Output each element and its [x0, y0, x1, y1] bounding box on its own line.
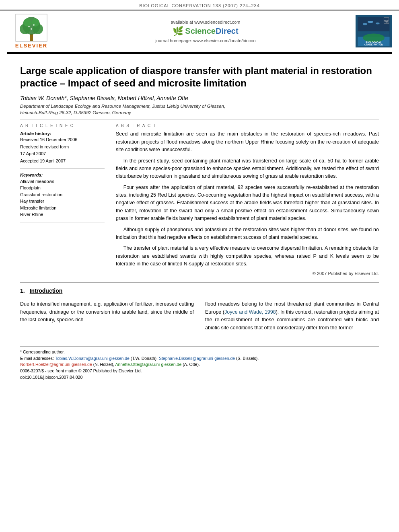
issn-line: 0006-3207/$ - see front matter © 2007 Pu… [20, 368, 379, 374]
email-otte[interactable]: Annette.Otte@agrar.uni-giessen.de [115, 362, 182, 367]
keyword-1: Alluvial meadows [20, 178, 105, 185]
keyword-5: Microsite limitation [20, 205, 105, 212]
elsevier-logo: ELSEVIER [7, 14, 56, 49]
journal-banner: ELSEVIER available at www.sciencedirect.… [0, 10, 399, 52]
svg-point-4 [23, 18, 31, 27]
biocon-logo: BIOLOGICAL CONSERVATION ELSE VIER [356, 15, 392, 47]
affiliation-1: Department of Landscape Ecology and Reso… [20, 104, 379, 109]
svg-point-6 [28, 26, 30, 27]
article-info-label: A R T I C L E I N F O [20, 123, 105, 128]
abstract-p4: Although supply of phosphorus and potass… [116, 226, 379, 242]
center-banner: available at www.sciencedirect.com 🌿 Sci… [56, 20, 356, 43]
corresponding-author-note: * Corresponding author. [20, 349, 379, 355]
svg-rect-0 [30, 34, 33, 41]
sd-leaf-icon: 🌿 [173, 26, 183, 37]
available-at-text: available at www.sciencedirect.com [56, 20, 356, 25]
footnote-area: * Corresponding author. E-mail addresses… [20, 346, 379, 381]
email-donath[interactable]: Tobias.W.Donath@agrar.uni-giessen.de [55, 356, 130, 361]
keywords-label: Keywords: [20, 173, 105, 177]
email-bissels[interactable]: Stephanie.Bissels@agrar.uni-giessen.de [159, 356, 235, 361]
divider-keywords [20, 168, 105, 168]
abstract-p5: The transfer of plant material is a very… [116, 244, 379, 268]
doi-line: doi:10.1016/j.biocon.2007.04.020 [20, 374, 379, 381]
article-history-label: Article history: [20, 131, 105, 136]
affiliation-2: Heinrich-Buff-Ring 26-32, D-35392 Giesse… [20, 110, 379, 115]
svg-point-5 [31, 18, 39, 27]
divider-1 [20, 119, 379, 119]
intro-heading: Introduction [30, 288, 63, 294]
email-hoelzel[interactable]: Norbert.Hoelzel@agrar.uni-giessen.de [20, 362, 92, 367]
author-names: Tobias W. Donath*, Stephanie Bissels, No… [20, 95, 188, 101]
article-info-col: A R T I C L E I N F O Article history: R… [20, 123, 105, 276]
journal-citation: BIOLOGICAL CONSERVATION 138 (2007) 224–2… [139, 3, 260, 8]
received-2-date: 17 April 2007 [20, 151, 105, 157]
article-info-abstract-cols: A R T I C L E I N F O Article history: R… [20, 123, 379, 276]
intro-text-left: Due to intensified management, e.g. appl… [20, 300, 194, 324]
svg-point-8 [31, 28, 32, 30]
abstract-p3: Four years after the application of plan… [116, 184, 379, 223]
accepted-date: Accepted 19 April 2007 [20, 158, 105, 164]
page: BIOLOGICAL CONSERVATION 138 (2007) 224–2… [0, 0, 399, 532]
keyword-2: Floodplain [20, 185, 105, 191]
abstract-label: A B S T R A C T [116, 123, 379, 128]
svg-point-13 [363, 23, 367, 25]
email-line-1: E-mail addresses: Tobias.W.Donath@agrar.… [20, 355, 379, 362]
abstract-p2: In the present study, seed containing pl… [116, 157, 379, 181]
svg-point-7 [33, 24, 35, 26]
received-1: Received 16 December 2006 [20, 137, 105, 143]
keyword-4: Hay transfer [20, 198, 105, 205]
intro-text-right: flood meadows belong to the most threate… [205, 300, 379, 332]
email-line-2: Norbert.Hoelzel@agrar.uni-giessen.de (N.… [20, 362, 379, 368]
article-title: Large scale application of diaspore tran… [20, 64, 379, 89]
copyright-text: © 2007 Published by Elsevier Ltd. [116, 271, 379, 276]
received-2: Received in revised form [20, 144, 105, 150]
intro-para-right: flood meadows belong to the most threate… [205, 300, 379, 332]
abstract-text: Seed and microsite limitation are seen a… [116, 130, 379, 268]
keyword-3: Grassland restoration [20, 191, 105, 198]
abstract-col: A B S T R A C T Seed and microsite limit… [116, 123, 379, 276]
elsevier-tree-icon [15, 14, 47, 42]
svg-point-15 [376, 22, 379, 24]
intro-number: 1. [20, 288, 25, 294]
svg-point-14 [368, 21, 373, 23]
main-content: Large scale application of diaspore tran… [0, 54, 399, 342]
biocon-cover-icon: BIOLOGICAL CONSERVATION ELSE VIER [356, 17, 391, 46]
introduction-section: 1. Introduction Due to intensified manag… [20, 282, 379, 334]
svg-text:VIER: VIER [385, 21, 388, 23]
intro-para-left: Due to intensified management, e.g. appl… [20, 300, 194, 324]
intro-two-col: Due to intensified management, e.g. appl… [20, 300, 379, 334]
ref-joyce-wade: Joyce and Wade, 1998 [224, 309, 276, 315]
authors-line: Tobias W. Donath*, Stephanie Bissels, No… [20, 95, 379, 101]
keyword-6: River Rhine [20, 211, 105, 218]
journal-header-top: BIOLOGICAL CONSERVATION 138 (2007) 224–2… [0, 0, 399, 10]
abstract-p1: Seed and microsite limitation are seen a… [116, 130, 379, 154]
sd-logo-text: ScienceDirect [185, 27, 238, 36]
intro-col-left: Due to intensified management, e.g. appl… [20, 300, 194, 334]
divider-2 [20, 222, 105, 222]
sciencedirect-logo: 🌿 ScienceDirect [56, 26, 356, 37]
svg-text:CONSERVATION: CONSERVATION [364, 43, 383, 46]
journal-homepage-text: journal homepage: www.elsevier.com/locat… [56, 38, 356, 43]
intro-col-right: flood meadows belong to the most threate… [205, 300, 379, 334]
elsevier-text-label: ELSEVIER [15, 43, 47, 49]
